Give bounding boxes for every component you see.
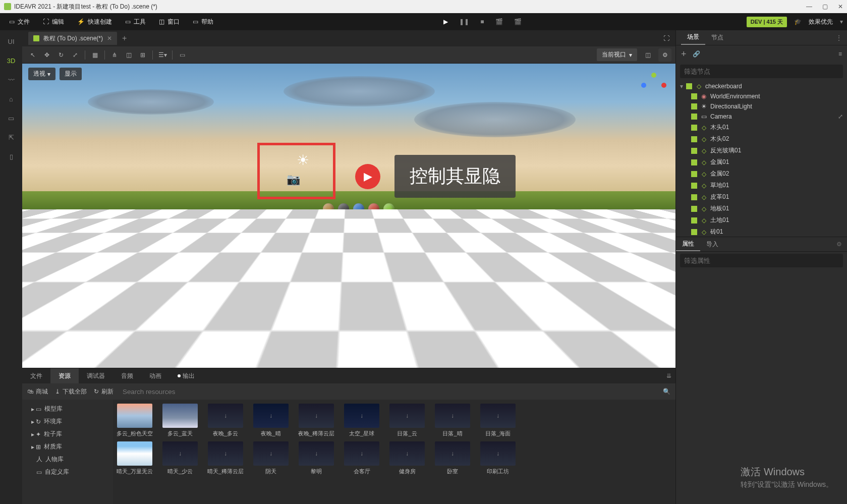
visibility-toggle[interactable] bbox=[691, 159, 697, 165]
bottom-tab-output[interactable]: 输出 bbox=[170, 368, 203, 383]
visibility-toggle[interactable] bbox=[691, 136, 697, 142]
prop-settings-button[interactable]: ⚙ bbox=[836, 241, 842, 248]
resource-item[interactable]: ↓日落_晴 bbox=[433, 404, 472, 437]
tree-model-lib[interactable]: ▸ ▭ 模型库 bbox=[22, 403, 113, 415]
scene-node[interactable]: ◉WorldEnvironment bbox=[676, 91, 847, 101]
resource-item[interactable]: ↓日落_海面 bbox=[478, 404, 518, 437]
visibility-toggle[interactable] bbox=[691, 171, 697, 177]
rail-server-icon[interactable]: ▭ bbox=[4, 113, 18, 123]
visibility-toggle[interactable] bbox=[691, 194, 697, 200]
perspective-dropdown[interactable]: 透视▾ bbox=[28, 68, 55, 80]
right-tab-scene[interactable]: 场景 bbox=[681, 30, 705, 45]
resource-item[interactable]: ↓晴天_稀薄云层 bbox=[206, 441, 245, 475]
align-tool[interactable]: ☰▾ bbox=[156, 48, 169, 62]
rail-ui[interactable]: UI bbox=[4, 36, 18, 46]
pivot-tool[interactable]: ⋔ bbox=[108, 48, 121, 62]
visibility-toggle[interactable] bbox=[691, 103, 697, 109]
scene-node[interactable]: ◇砖01 bbox=[676, 226, 847, 237]
rail-store-icon[interactable]: ⌂ bbox=[4, 94, 18, 104]
camera-preview-icon[interactable]: ⤢ bbox=[838, 113, 843, 120]
scene-node[interactable]: ☀DirectionalLight bbox=[676, 101, 847, 111]
panel-options-button[interactable]: ≡ bbox=[838, 50, 842, 58]
close-window-button[interactable]: ✕ bbox=[838, 3, 843, 10]
search-icon[interactable]: 🔍 bbox=[663, 388, 670, 395]
scene-node[interactable]: ◇木头01 bbox=[676, 122, 847, 133]
scene-node[interactable]: ◇反光玻璃01 bbox=[676, 145, 847, 156]
add-tab-button[interactable]: + bbox=[122, 34, 127, 43]
scene-node[interactable]: ▭Camera⤢ bbox=[676, 111, 847, 122]
resource-search-input[interactable] bbox=[121, 386, 656, 398]
tree-particle-lib[interactable]: ▸ ✦ 粒子库 bbox=[22, 428, 113, 440]
resource-item[interactable]: ↓晴天_少云 bbox=[160, 441, 200, 475]
menu-window[interactable]: ◫窗口 bbox=[154, 13, 185, 30]
tree-custom-lib[interactable]: ▭ 自定义库 bbox=[22, 466, 113, 478]
menu-file[interactable]: ▭文件 bbox=[4, 13, 35, 30]
rail-3d[interactable]: 3D bbox=[4, 55, 18, 66]
rail-export-icon[interactable]: ⇱ bbox=[4, 132, 18, 142]
visibility-toggle[interactable] bbox=[691, 229, 697, 235]
resource-item[interactable]: ↓夜晚_稀薄云层 bbox=[297, 404, 336, 437]
scene-node[interactable]: ◇金属01 bbox=[676, 156, 847, 168]
panel-menu-button[interactable]: ⋮ bbox=[836, 34, 842, 41]
axis-x-icon[interactable] bbox=[661, 83, 666, 88]
viewport-layout-button[interactable]: ◫ bbox=[641, 48, 654, 62]
visibility-toggle[interactable] bbox=[691, 206, 697, 212]
camera-tool[interactable]: ▭ bbox=[176, 48, 189, 62]
bottom-tab-animation[interactable]: 动画 bbox=[141, 368, 170, 383]
visibility-toggle[interactable] bbox=[691, 148, 697, 154]
viewport[interactable]: 透视▾ 显示 ☀ 📷 ▶ 控制其显隐 bbox=[22, 64, 675, 368]
local-tool[interactable]: ◫ bbox=[122, 48, 135, 62]
visibility-toggle[interactable] bbox=[691, 114, 697, 120]
movie-button[interactable]: 🎬 bbox=[495, 18, 503, 25]
grid-tool[interactable]: ⊞ bbox=[136, 48, 149, 62]
resource-item[interactable]: 多云_蓝天 bbox=[160, 404, 200, 437]
stop-button[interactable]: ■ bbox=[480, 18, 484, 25]
resource-item[interactable]: ↓夜晚_晴 bbox=[251, 404, 291, 437]
visibility-toggle[interactable] bbox=[691, 183, 697, 189]
snap-tool[interactable]: ▦ bbox=[88, 48, 101, 62]
resource-item[interactable]: 晴天_万里无云 bbox=[115, 441, 154, 475]
scene-node[interactable]: ◇草地01 bbox=[676, 180, 847, 191]
resource-item[interactable]: ↓黎明 bbox=[297, 441, 336, 475]
scene-node[interactable]: ◇金属02 bbox=[676, 168, 847, 180]
axis-z-icon[interactable] bbox=[641, 83, 646, 88]
store-button[interactable]: 🛍商城 bbox=[27, 387, 48, 396]
download-all-button[interactable]: ⤓下载全部 bbox=[55, 387, 87, 396]
close-tab-button[interactable]: ✕ bbox=[107, 35, 112, 42]
add-node-button[interactable]: + bbox=[681, 49, 687, 60]
prop-tab-properties[interactable]: 属性 bbox=[676, 237, 700, 251]
resource-item[interactable]: ↓夜晚_多云 bbox=[206, 404, 245, 437]
tree-material-lib[interactable]: ▸ ⊞ 材质库 bbox=[22, 440, 113, 453]
viewport-settings-button[interactable]: ⚙ bbox=[658, 48, 671, 62]
bottom-tab-debugger[interactable]: 调试器 bbox=[79, 368, 113, 383]
filter-nodes-input[interactable] bbox=[680, 65, 843, 78]
scene-root-node[interactable]: ▾ ◇ checkerboard bbox=[676, 81, 847, 91]
resource-item[interactable]: ↓阴天 bbox=[251, 441, 291, 475]
orientation-gizmo[interactable] bbox=[641, 73, 666, 98]
prop-tab-import[interactable]: 导入 bbox=[700, 237, 724, 251]
scene-node[interactable]: ◇皮革01 bbox=[676, 191, 847, 203]
expand-viewport-button[interactable]: ⛶ bbox=[663, 35, 669, 42]
viewport-selector[interactable]: 当前视口 ▾ bbox=[597, 48, 637, 61]
resource-item[interactable]: ↓太空_星球 bbox=[342, 404, 381, 437]
axis-y-icon[interactable] bbox=[651, 73, 656, 78]
resource-item[interactable]: ↓会客厅 bbox=[342, 441, 381, 475]
maximize-button[interactable]: ▢ bbox=[822, 3, 828, 10]
refresh-button[interactable]: ↻刷新 bbox=[94, 387, 114, 396]
scale-tool[interactable]: ⤢ bbox=[69, 48, 82, 62]
scene-node[interactable]: ◇土地01 bbox=[676, 214, 847, 226]
visibility-toggle[interactable] bbox=[691, 125, 697, 131]
resource-item[interactable]: 多云_粉色天空 bbox=[115, 404, 154, 437]
scene-node[interactable]: ◇地板01 bbox=[676, 203, 847, 214]
move-tool[interactable]: ✥ bbox=[40, 48, 53, 62]
graduation-icon[interactable]: 🎓 bbox=[794, 18, 802, 25]
right-tab-node[interactable]: 节点 bbox=[705, 30, 729, 45]
clapper-button[interactable]: 🎬 bbox=[514, 18, 522, 25]
bottom-tab-file[interactable]: 文件 bbox=[22, 368, 50, 383]
bottom-tab-audio[interactable]: 音频 bbox=[113, 368, 141, 383]
link-node-button[interactable]: 🔗 bbox=[693, 50, 700, 58]
resource-item[interactable]: ↓健身房 bbox=[387, 441, 427, 475]
filter-properties-input[interactable] bbox=[680, 254, 843, 267]
resource-item[interactable]: ↓日落_云 bbox=[387, 404, 427, 437]
tree-character-lib[interactable]: 人 人物库 bbox=[22, 453, 113, 466]
